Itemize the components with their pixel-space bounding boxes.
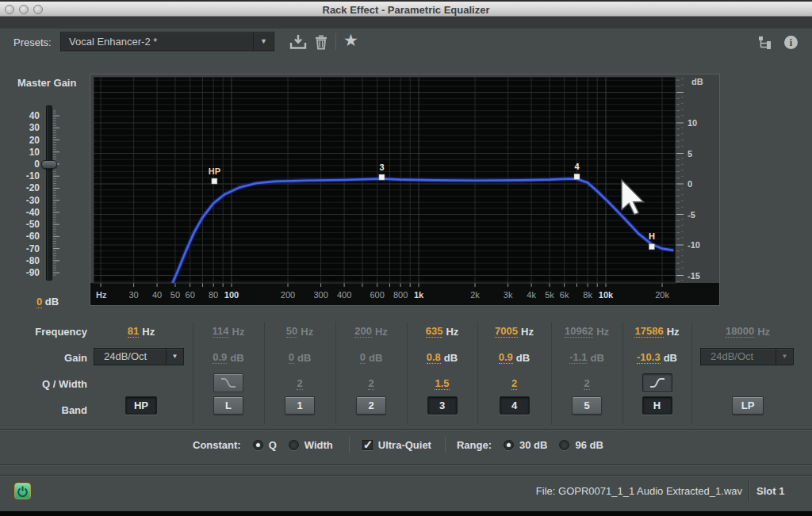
master-gain-scale-label: 20 (8, 135, 40, 146)
preset-dropdown[interactable]: Vocal Enhancer-2 * ▼ (60, 32, 274, 52)
svg-text:2k: 2k (470, 290, 480, 300)
radio-range-96-db[interactable] (559, 440, 569, 450)
eq-frequency-response-graph[interactable]: Hz30405060801002003004006008001k2k3k4k5k… (90, 74, 720, 306)
preset-dropdown-value: Vocal Enhancer-2 * (61, 32, 274, 51)
radio-range-30-db[interactable] (504, 440, 514, 450)
band-hp-slope-dropdown[interactable]: 24dB/Oct▼ (94, 348, 184, 365)
chevron-down-icon: ▼ (776, 349, 793, 365)
master-gain-ruler (52, 103, 63, 285)
band-l-frequency[interactable]: 114Hz (193, 324, 264, 338)
band-h-frequency[interactable]: 17586Hz (622, 324, 691, 338)
divider (0, 429, 812, 430)
controls-separator (445, 437, 446, 453)
divider (0, 464, 812, 466)
band-1-q[interactable]: 2 (264, 376, 335, 391)
band-3-frequency[interactable]: 635Hz (407, 324, 477, 338)
band-h-shelf-button[interactable] (642, 373, 672, 392)
ultra-quiet-checkbox[interactable] (362, 440, 373, 450)
svg-text:800: 800 (393, 290, 408, 300)
master-gain-slider-handle[interactable] (41, 160, 57, 169)
svg-text:3k: 3k (504, 290, 513, 300)
band-lp-slope-dropdown[interactable]: 24dB/Oct▼ (700, 348, 794, 365)
window-title: Rack Effect - Parametric Equalizer (0, 4, 812, 16)
svg-text:8k: 8k (583, 290, 592, 300)
radio-constant-q[interactable] (253, 440, 263, 450)
band-5-enable-button[interactable]: 5 (572, 396, 602, 415)
row-label-q-width: Q / Width (8, 378, 87, 390)
routing-button[interactable] (757, 35, 775, 50)
master-gain-slider-track[interactable] (46, 105, 52, 281)
svg-text:100: 100 (224, 290, 239, 300)
trash-icon (313, 33, 329, 51)
footer-separator (749, 481, 749, 502)
save-preset-button[interactable] (288, 32, 308, 52)
constant-options: QWidth (241, 439, 333, 451)
eq-control-point-3[interactable] (379, 174, 385, 180)
info-icon: i (783, 35, 799, 50)
slot-label: Slot 1 (756, 485, 784, 497)
radio-constant-width[interactable] (289, 440, 299, 450)
eq-control-point-4[interactable] (574, 174, 580, 179)
svg-text:6k: 6k (560, 290, 569, 300)
svg-text:-5: -5 (688, 210, 695, 220)
favorite-preset-button[interactable]: ★ (343, 31, 358, 50)
band-hp-enable-button[interactable]: HP (125, 396, 157, 415)
master-gain-value[interactable]: 0 dB (22, 296, 73, 308)
top-strip (0, 17, 812, 29)
master-gain-scale-label: -20 (8, 182, 40, 193)
band-5-frequency[interactable]: 10962Hz (551, 324, 622, 338)
toolbar-separator (335, 33, 336, 50)
divider (0, 475, 812, 476)
band-l-gain[interactable]: 0.9dB (193, 350, 264, 365)
svg-text:-15: -15 (688, 271, 700, 281)
svg-text:30: 30 (128, 290, 138, 300)
band-1-gain[interactable]: 0dB (264, 350, 335, 365)
master-gain-scale-label: 10 (8, 147, 40, 158)
band-4-frequency[interactable]: 7005Hz (477, 324, 551, 338)
svg-text:dB: dB (691, 77, 703, 86)
chevron-down-icon: ▼ (166, 349, 183, 365)
band-4-gain[interactable]: 0.9dB (477, 350, 551, 365)
band-5-q[interactable]: 2 (551, 376, 622, 391)
band-2-q[interactable]: 2 (335, 376, 407, 391)
info-button[interactable]: i (783, 35, 799, 50)
chevron-down-icon: ▼ (253, 32, 274, 51)
band-2-frequency[interactable]: 200Hz (335, 324, 407, 338)
svg-text:1k: 1k (414, 290, 424, 300)
svg-text:200: 200 (281, 290, 295, 300)
svg-text:60: 60 (186, 290, 195, 300)
band-4-q[interactable]: 2 (477, 376, 551, 391)
band-5-gain[interactable]: -1.1dB (551, 350, 622, 365)
band-3-enable-button[interactable]: 3 (427, 396, 458, 415)
svg-text:50: 50 (170, 290, 180, 300)
eq-control-point-HP[interactable] (212, 178, 217, 184)
svg-text:4k: 4k (527, 290, 536, 300)
band-2-enable-button[interactable]: 2 (356, 396, 386, 415)
master-gain-scale-label: 40 (8, 110, 40, 121)
band-1-enable-button[interactable]: 1 (285, 396, 315, 415)
band-l-shelf-button[interactable] (213, 373, 243, 392)
effect-power-toggle[interactable] (14, 483, 31, 499)
band-4-enable-button[interactable]: 4 (500, 396, 530, 415)
band-2-gain[interactable]: 0dB (335, 350, 407, 365)
band-lp-frequency[interactable]: 18000Hz (691, 324, 804, 338)
controls-separator (349, 437, 350, 453)
routing-icon (757, 35, 775, 50)
file-name-label: File: GOPR0071_1_1 Audio Extracted_1.wav (536, 485, 742, 497)
master-gain-scale-label: -40 (8, 207, 40, 218)
power-icon (17, 485, 29, 497)
band-lp-enable-button[interactable]: LP (732, 396, 764, 415)
shelf-down-curve-icon (219, 376, 238, 390)
master-gain-label: Master Gain (17, 77, 76, 89)
master-gain-scale-label: -30 (8, 195, 40, 206)
band-3-q[interactable]: 1.5 (407, 376, 477, 391)
band-1-frequency[interactable]: 50Hz (264, 324, 335, 338)
band-3-gain[interactable]: 0.8dB (407, 350, 477, 365)
band-hp-frequency[interactable]: 81Hz (90, 324, 193, 338)
band-l-enable-button[interactable]: L (213, 396, 243, 415)
band-h-gain[interactable]: -10.3dB (622, 350, 691, 365)
delete-preset-button[interactable] (313, 33, 329, 51)
eq-control-point-H[interactable] (649, 244, 654, 250)
band-h-enable-button[interactable]: H (642, 396, 672, 415)
ultra-quiet-label: Ultra-Quiet (378, 439, 431, 451)
